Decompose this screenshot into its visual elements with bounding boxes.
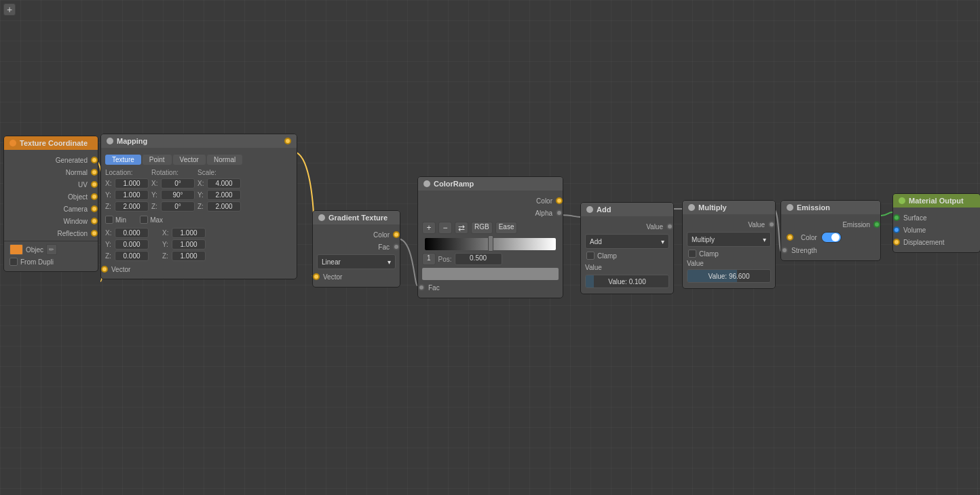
cr-flip-btn[interactable]: ⇄ <box>455 222 468 234</box>
cr-fac-socket[interactable] <box>418 284 425 291</box>
rotation-label: Rotation: <box>151 169 195 176</box>
scale-y-field[interactable]: 2.000 <box>207 190 241 200</box>
gradient-color-socket[interactable] <box>393 231 400 238</box>
emission-color-toggle[interactable] <box>821 232 842 243</box>
emission-output-socket[interactable] <box>873 221 880 228</box>
texture-coordinate-header: Texture Coordinate <box>4 136 98 150</box>
cr-remove-btn[interactable]: − <box>438 222 452 234</box>
colorramp-header: ColorRamp <box>418 177 563 191</box>
location-group: Location: X: 1.000 Y: 1.000 Z: 2.000 <box>105 169 149 212</box>
gradient-fac-socket[interactable] <box>393 243 400 250</box>
mo-displacement-socket[interactable] <box>893 239 900 245</box>
add-clamp-checkbox[interactable] <box>586 252 595 260</box>
scale-group: Scale: X: 4.000 Y: 2.000 Z: 2.000 <box>197 169 241 212</box>
socket-uv: UV <box>4 178 98 191</box>
cr-stop-index[interactable]: 1 <box>422 253 436 265</box>
max-x-row: X: 1.000 <box>162 228 206 238</box>
node-icon <box>899 197 905 204</box>
mo-surface-row: Surface <box>893 212 980 224</box>
multiply-value-slider[interactable]: Value: 96.600 <box>687 269 771 283</box>
add-operation-dropdown[interactable]: Add ▾ <box>585 234 669 249</box>
max-x-field[interactable]: 1.000 <box>172 228 206 238</box>
scale-z-field[interactable]: 2.000 <box>207 201 241 212</box>
mapping-output-socket[interactable] <box>284 138 291 144</box>
loc-x-label: X: <box>105 180 113 187</box>
mapping-vector-socket[interactable] <box>101 266 108 273</box>
max-y-field[interactable]: 1.000 <box>172 239 206 250</box>
cr-stop[interactable] <box>488 235 493 252</box>
add-output-socket[interactable] <box>666 223 673 230</box>
add-clamp-row: Clamp <box>581 250 673 261</box>
reflection-socket[interactable] <box>91 230 98 237</box>
tab-normal[interactable]: Normal <box>207 155 242 165</box>
cr-pos-field[interactable]: 0.500 <box>455 253 502 265</box>
scale-x-field[interactable]: 4.000 <box>207 178 241 189</box>
multiply-operation-dropdown[interactable]: Multiply ▾ <box>687 232 771 247</box>
cr-color-socket[interactable] <box>556 197 563 204</box>
mapping-node: Mapping Texture Point Vector Normal Loca… <box>100 134 297 279</box>
gradient-body: Color Fac Linear ▾ Vector <box>313 224 400 287</box>
generated-socket[interactable] <box>91 157 98 163</box>
cr-color-swatch[interactable] <box>422 268 559 280</box>
mo-surface-socket[interactable] <box>893 214 900 221</box>
min-z-label: Z: <box>105 252 113 260</box>
cr-alpha-socket[interactable] <box>556 210 563 216</box>
gradient-vector-socket[interactable] <box>313 273 320 280</box>
max-y-row: Y: 1.000 <box>162 239 206 250</box>
min-z-row: Z: 0.000 <box>105 251 149 261</box>
uv-socket[interactable] <box>91 181 98 188</box>
cr-add-btn[interactable]: + <box>422 222 436 234</box>
loc-y-field[interactable]: 1.000 <box>115 190 149 200</box>
multiply-output-socket[interactable] <box>768 221 775 228</box>
max-checkbox[interactable] <box>140 216 148 224</box>
colorramp-gradient[interactable] <box>425 238 556 250</box>
location-label: Location: <box>105 169 149 176</box>
rot-y-field[interactable]: 90° <box>161 190 195 200</box>
tab-texture[interactable]: Texture <box>105 155 141 165</box>
mo-volume-socket[interactable] <box>893 226 900 233</box>
min-checkbox[interactable] <box>105 216 113 224</box>
min-y-field[interactable]: 0.000 <box>115 239 149 250</box>
node-title: Material Output <box>909 197 964 205</box>
multiply-clamp-checkbox[interactable] <box>688 250 696 258</box>
rot-z-field[interactable]: 0° <box>161 201 195 212</box>
node-icon <box>107 138 113 144</box>
min-z-field[interactable]: 0.000 <box>115 251 149 261</box>
cr-ease-dropdown[interactable]: Ease <box>495 222 518 234</box>
emission-color-socket[interactable] <box>787 234 793 241</box>
tab-vector[interactable]: Vector <box>173 155 206 165</box>
emission-strength-socket[interactable] <box>781 247 788 254</box>
add-value-input-label: Value <box>581 261 673 273</box>
from-dupli-checkbox[interactable] <box>10 258 18 266</box>
add-value-slider[interactable]: Value: 0.100 <box>585 275 669 288</box>
rotation-group: Rotation: X: 0° Y: 90° Z: 0° <box>151 169 195 212</box>
gradient-fac-output: Fac <box>313 241 400 253</box>
rot-y-label: Y: <box>151 191 159 199</box>
node-title: Multiply <box>698 203 727 212</box>
add-node-button[interactable]: + <box>3 3 16 16</box>
rot-x-field[interactable]: 0° <box>161 178 195 189</box>
gradient-type-dropdown[interactable]: Linear ▾ <box>317 254 396 269</box>
divider <box>4 241 98 241</box>
node-icon <box>586 206 593 213</box>
object-edit-btn[interactable]: ✏ <box>46 244 57 255</box>
node-title: Gradient Texture <box>328 214 388 222</box>
node-title: Texture Coordinate <box>20 139 88 147</box>
from-dupli-row: From Dupli <box>4 256 98 267</box>
camera-socket[interactable] <box>91 205 98 212</box>
node-icon <box>423 180 430 187</box>
min-x-field[interactable]: 0.000 <box>115 228 149 238</box>
tab-point[interactable]: Point <box>143 155 172 165</box>
emission-color-row: Color <box>781 231 880 244</box>
max-z-field[interactable]: 1.000 <box>172 251 206 261</box>
object-swatch[interactable] <box>10 244 23 255</box>
cr-rgb-dropdown[interactable]: RGB <box>471 222 493 234</box>
object-socket[interactable] <box>91 193 98 200</box>
normal-socket[interactable] <box>91 169 98 176</box>
max-z-row: Z: 1.000 <box>162 251 206 261</box>
rot-x-row: X: 0° <box>151 178 195 189</box>
socket-generated: Generated <box>4 154 98 166</box>
loc-x-field[interactable]: 1.000 <box>115 178 149 189</box>
window-socket[interactable] <box>91 218 98 224</box>
loc-z-field[interactable]: 2.000 <box>115 201 149 212</box>
